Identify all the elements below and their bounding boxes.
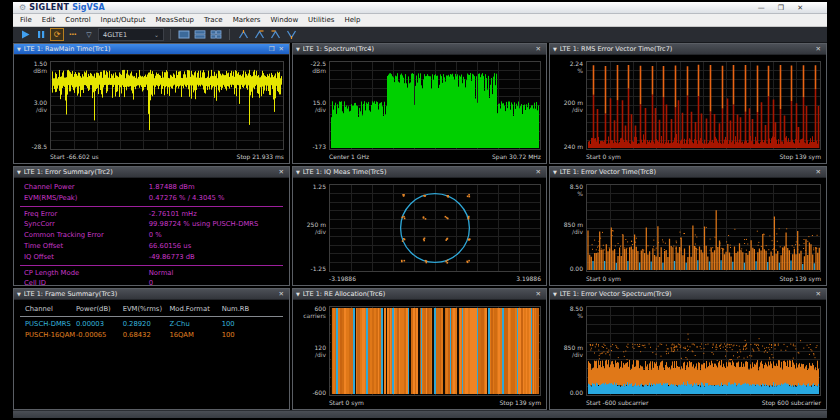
x-axis-labels: Start 0 symStop 139 sym (586, 151, 821, 163)
menu-window[interactable]: Window (266, 16, 304, 24)
panel-spectrum: ▼ LTE 1: Spectrum(Trc4) ✕ -22.5dBm 15.0/… (292, 43, 547, 164)
y-axis-top-label: 1.50dBm (14, 60, 47, 74)
restart-button[interactable]: ⟳ (50, 28, 64, 41)
close-icon[interactable]: ✕ (797, 2, 803, 14)
x-axis-labels: -3.198863.19886 (329, 273, 541, 285)
y-axis-bottom-label: 0.00 (550, 389, 583, 396)
menu-markers[interactable]: Markers (228, 16, 266, 24)
menu-control[interactable]: Control (60, 16, 95, 24)
panel-frame-summary: ▼ LTE 1: Frame Summary(Trc3) ✕ Channel P… (13, 288, 290, 410)
table-row[interactable]: PUSCH-16QAM -0.00065 0.68432 16QAM 100 (14, 330, 289, 341)
chevron-down-icon: ⌄ (154, 31, 159, 38)
menu-help[interactable]: Help (339, 16, 365, 24)
panel-menu-icon[interactable]: ▼ (17, 291, 21, 297)
marker-to-peak-button[interactable] (236, 28, 250, 41)
layout-grid-button[interactable] (209, 28, 223, 41)
layout-single-button[interactable] (177, 28, 191, 41)
menu-edit[interactable]: Edit (37, 16, 61, 24)
summary-divider (20, 265, 283, 266)
panel-menu-icon[interactable]: ▼ (296, 46, 300, 52)
y-axis-scale-label: 120/div (293, 344, 326, 358)
summary-row: Common Tracking Error0 % (14, 230, 289, 241)
y-axis-scale-label: 3.00/div (14, 99, 47, 113)
panel-close-icon[interactable]: ✕ (534, 289, 543, 299)
marker-next-peak-button[interactable] (252, 28, 266, 41)
panel-menu-icon[interactable]: ▼ (296, 291, 300, 297)
summary-row: SyncCorr99.98724 % using PUSCH-DMRS (14, 219, 289, 230)
y-axis-top-label: -22.5dBm (293, 60, 326, 74)
plot-canvas[interactable] (329, 61, 541, 150)
panel-title: LTE 1: Error Summary(Trc2) (24, 168, 277, 176)
title-bar[interactable]: ⚙ SIGLENT SigVSA — ❐ ✕ (13, 2, 827, 14)
panel-menu-icon[interactable]: ▼ (553, 291, 557, 297)
panel-menu-icon[interactable]: ▼ (296, 169, 300, 175)
menu-input-output[interactable]: Input/Output (96, 16, 151, 24)
plot-canvas[interactable] (50, 61, 284, 150)
layout-stack-button[interactable] (193, 28, 207, 41)
panel-close-icon[interactable]: ✕ (534, 167, 543, 177)
y-axis-bottom-label: -173 (293, 143, 326, 150)
marker-to-minimum-button[interactable] (284, 28, 298, 41)
panel-close-icon[interactable]: ✕ (534, 44, 543, 54)
y-axis-bottom-label: 0.00 (550, 265, 583, 272)
panel-close-icon[interactable]: ✕ (277, 44, 286, 54)
x-axis-labels: Start 0 symStop 139 sym (329, 397, 541, 409)
toolbar-separator (170, 29, 171, 40)
y-axis-top-label: 1.25 (293, 183, 326, 190)
panel-menu-icon[interactable]: ▼ (17, 46, 21, 52)
panel-close-icon[interactable]: ✕ (814, 44, 823, 54)
panel-title: LTE 1: Error Vector Spectrum(Trc9) (560, 290, 814, 298)
plot-canvas[interactable] (586, 184, 821, 272)
run-button[interactable] (18, 28, 32, 41)
y-axis-bottom-label: -600 (293, 389, 326, 396)
panel-raw-main-time: ▼ LTE 1: RawMain Time(Trc1) ❐ ✕ 1.50dBm … (13, 43, 290, 164)
table-header-divider (20, 316, 283, 317)
plot-canvas[interactable] (586, 61, 821, 150)
y-axis-scale-label: 200 m/div (550, 99, 583, 113)
panel-rms-error-vector-time: ▼ LTE 1: RMS Error Vector Time(Trc7) ✕ 2… (549, 43, 827, 164)
summary-row: CP Length ModeNormal (14, 268, 289, 279)
panel-iq-meas-time: ▼ LTE 1: IQ Meas Time(Trc5) ✕ 1.25 250 m… (292, 166, 547, 286)
panel-restore-icon[interactable]: ❐ (267, 44, 277, 54)
panel-error-vector-time: ▼ LTE 1: Error Vector Time(Trc8) ✕ 8.50%… (549, 166, 827, 286)
y-axis-scale-label: 850 m/div (550, 221, 583, 235)
marker-peak-left-button[interactable] (268, 28, 282, 41)
y-axis-top-label: 8.50% (550, 183, 583, 197)
menu-file[interactable]: File (15, 16, 37, 24)
measurement-select[interactable]: 4GLTE1 ⌄ (98, 28, 164, 41)
panel-close-icon[interactable]: ✕ (277, 289, 286, 299)
x-axis-labels: Start 0 symStop 139 sym (586, 273, 821, 285)
plot-canvas[interactable] (586, 306, 821, 396)
panel-menu-icon[interactable]: ▼ (17, 169, 21, 175)
plot-canvas[interactable] (329, 184, 541, 272)
continuous-button[interactable]: ⋯ (66, 28, 80, 41)
summary-row: Time Offset66.60156 us (14, 241, 289, 252)
menu-utilities[interactable]: Utilities (303, 16, 339, 24)
maximize-icon[interactable]: ❐ (778, 2, 784, 14)
y-axis-top-label: 2.24% (550, 60, 583, 74)
plot-canvas[interactable] (329, 306, 541, 396)
y-axis-bottom-label: -1.25 (293, 265, 326, 272)
panel-error-summary: ▼ LTE 1: Error Summary(Trc2) ✕ Channel P… (13, 166, 290, 286)
pause-button[interactable] (34, 28, 48, 41)
app-window: ⚙ SIGLENT SigVSA — ❐ ✕ File Edit Control… (13, 2, 827, 418)
panel-menu-icon[interactable]: ▼ (553, 169, 557, 175)
panel-close-icon[interactable]: ✕ (814, 167, 823, 177)
summary-row: EVM(RMS/Peak)0.47276 % / 4.3045 % (14, 193, 289, 204)
minimize-icon[interactable]: — (758, 2, 765, 14)
menu-trace[interactable]: Trace (199, 16, 228, 24)
y-axis-bottom-label: -28.5 (14, 143, 47, 150)
trigger-funnel-button[interactable]: ▽ (82, 28, 96, 41)
panel-close-icon[interactable]: ✕ (277, 167, 286, 177)
menu-meas-setup[interactable]: MeasSetup (150, 16, 199, 24)
panel-grid: ▼ LTE 1: RawMain Time(Trc1) ❐ ✕ 1.50dBm … (13, 43, 827, 410)
app-logo-icon: ⚙ (19, 4, 26, 12)
panel-title: LTE 1: Frame Summary(Trc3) (24, 290, 277, 298)
panel-close-icon[interactable]: ✕ (814, 289, 823, 299)
x-axis-labels: Center 1 GHzSpan 30.72 MHz (329, 151, 541, 163)
table-row[interactable]: PUSCH-DMRS 0.00003 0.28920 Z-Chu 100 (14, 319, 289, 330)
brand-name: SIGLENT (29, 3, 69, 12)
x-axis-labels: Start -600 subcarrierStop 600 subcarrier (586, 397, 821, 409)
frame-summary-table: Channel Power(dB) EVM(%rms) Mod.Format N… (14, 299, 289, 409)
panel-menu-icon[interactable]: ▼ (553, 46, 557, 52)
